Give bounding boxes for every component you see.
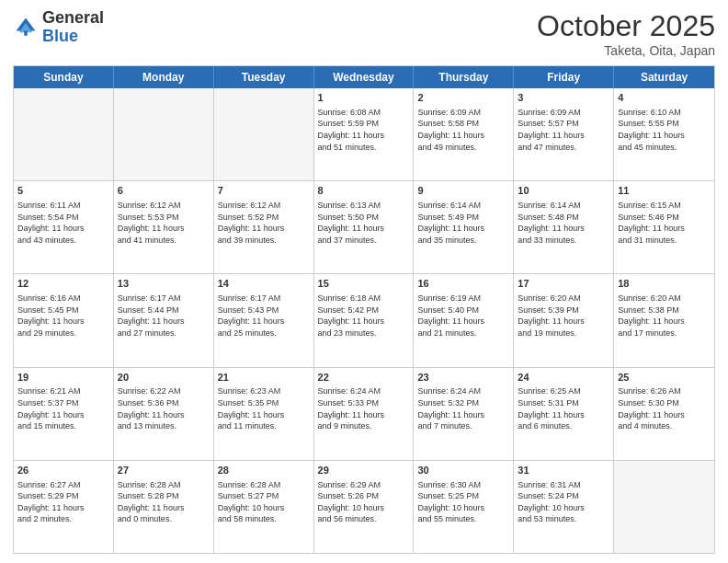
calendar: SundayMondayTuesdayWednesdayThursdayFrid… [13,65,715,554]
day-header-thursday: Thursday [414,66,514,88]
day-number: 6 [118,184,210,198]
header: General Blue October 2025 Taketa, Oita, … [13,9,715,58]
day-number: 7 [218,184,310,198]
day-cell-24: 24Sunrise: 6:25 AM Sunset: 5:31 PM Dayli… [514,368,614,460]
day-info: Sunrise: 6:13 AM Sunset: 5:50 PM Dayligh… [318,200,410,246]
day-cell-empty [614,461,714,553]
day-number: 31 [518,464,609,477]
day-number: 15 [318,277,410,291]
day-cell-10: 10Sunrise: 6:14 AM Sunset: 5:48 PM Dayli… [514,181,614,273]
week-row-4: 19Sunrise: 6:21 AM Sunset: 5:37 PM Dayli… [14,368,714,461]
day-info: Sunrise: 6:12 AM Sunset: 5:53 PM Dayligh… [118,200,210,246]
day-number: 17 [518,277,609,291]
day-cell-empty [114,88,214,180]
day-number: 20 [118,371,210,385]
day-info: Sunrise: 6:17 AM Sunset: 5:43 PM Dayligh… [218,293,310,339]
day-cell-29: 29Sunrise: 6:29 AM Sunset: 5:26 PM Dayli… [314,461,415,553]
day-number: 30 [417,464,509,477]
day-info: Sunrise: 6:28 AM Sunset: 5:28 PM Dayligh… [118,479,210,525]
day-cell-28: 28Sunrise: 6:28 AM Sunset: 5:27 PM Dayli… [214,461,314,553]
day-number: 8 [318,184,410,198]
day-info: Sunrise: 6:24 AM Sunset: 5:32 PM Dayligh… [417,385,509,431]
day-cell-22: 22Sunrise: 6:24 AM Sunset: 5:33 PM Dayli… [314,368,415,460]
day-cell-3: 3Sunrise: 6:09 AM Sunset: 5:57 PM Daylig… [514,88,614,180]
logo-text: General Blue [42,9,104,46]
logo-icon [13,15,39,40]
day-info: Sunrise: 6:21 AM Sunset: 5:37 PM Dayligh… [17,385,109,431]
day-info: Sunrise: 6:12 AM Sunset: 5:52 PM Dayligh… [218,200,310,246]
day-number: 4 [618,91,711,105]
day-info: Sunrise: 6:20 AM Sunset: 5:38 PM Dayligh… [618,293,711,339]
day-cell-16: 16Sunrise: 6:19 AM Sunset: 5:40 PM Dayli… [414,274,514,366]
day-number: 25 [618,371,711,385]
day-number: 14 [218,277,310,291]
day-info: Sunrise: 6:18 AM Sunset: 5:42 PM Dayligh… [318,293,410,339]
day-cell-8: 8Sunrise: 6:13 AM Sunset: 5:50 PM Daylig… [314,181,415,273]
day-cell-21: 21Sunrise: 6:23 AM Sunset: 5:35 PM Dayli… [214,368,314,460]
day-cell-7: 7Sunrise: 6:12 AM Sunset: 5:52 PM Daylig… [214,181,314,273]
day-info: Sunrise: 6:25 AM Sunset: 5:31 PM Dayligh… [518,385,609,431]
day-cell-1: 1Sunrise: 6:08 AM Sunset: 5:59 PM Daylig… [314,88,415,180]
day-number: 19 [17,371,109,385]
day-header-wednesday: Wednesday [314,66,415,88]
day-header-sunday: Sunday [14,66,114,88]
day-cell-5: 5Sunrise: 6:11 AM Sunset: 5:54 PM Daylig… [14,181,114,273]
day-number: 1 [318,91,410,105]
week-row-5: 26Sunrise: 6:27 AM Sunset: 5:29 PM Dayli… [14,461,714,553]
subtitle: Taketa, Oita, Japan [537,43,715,58]
day-cell-11: 11Sunrise: 6:15 AM Sunset: 5:46 PM Dayli… [614,181,714,273]
day-info: Sunrise: 6:29 AM Sunset: 5:26 PM Dayligh… [318,479,410,525]
day-cell-20: 20Sunrise: 6:22 AM Sunset: 5:36 PM Dayli… [114,368,214,460]
logo: General Blue [13,9,104,46]
day-info: Sunrise: 6:15 AM Sunset: 5:46 PM Dayligh… [618,200,711,246]
day-info: Sunrise: 6:14 AM Sunset: 5:48 PM Dayligh… [518,200,609,246]
day-number: 16 [417,277,509,291]
day-info: Sunrise: 6:08 AM Sunset: 5:59 PM Dayligh… [318,107,410,153]
week-row-2: 5Sunrise: 6:11 AM Sunset: 5:54 PM Daylig… [14,181,714,274]
day-cell-empty [214,88,314,180]
day-cell-19: 19Sunrise: 6:21 AM Sunset: 5:37 PM Dayli… [14,368,114,460]
day-header-friday: Friday [514,66,614,88]
day-info: Sunrise: 6:09 AM Sunset: 5:58 PM Dayligh… [417,107,509,153]
month-title: October 2025 [537,9,715,43]
day-headers: SundayMondayTuesdayWednesdayThursdayFrid… [14,66,714,88]
week-row-3: 12Sunrise: 6:16 AM Sunset: 5:45 PM Dayli… [14,274,714,367]
day-info: Sunrise: 6:14 AM Sunset: 5:49 PM Dayligh… [417,200,509,246]
day-number: 26 [17,464,109,477]
day-cell-31: 31Sunrise: 6:31 AM Sunset: 5:24 PM Dayli… [514,461,614,553]
day-header-saturday: Saturday [614,66,714,88]
day-cell-empty [14,88,114,180]
day-number: 10 [518,184,609,198]
day-number: 23 [417,371,509,385]
day-info: Sunrise: 6:24 AM Sunset: 5:33 PM Dayligh… [318,385,410,431]
title-area: October 2025 Taketa, Oita, Japan [537,9,715,58]
day-info: Sunrise: 6:17 AM Sunset: 5:44 PM Dayligh… [118,293,210,339]
day-info: Sunrise: 6:28 AM Sunset: 5:27 PM Dayligh… [218,479,310,525]
day-info: Sunrise: 6:22 AM Sunset: 5:36 PM Dayligh… [118,385,210,431]
day-cell-17: 17Sunrise: 6:20 AM Sunset: 5:39 PM Dayli… [514,274,614,366]
day-number: 18 [618,277,711,291]
day-number: 21 [218,371,310,385]
day-number: 24 [518,371,609,385]
day-cell-18: 18Sunrise: 6:20 AM Sunset: 5:38 PM Dayli… [614,274,714,366]
day-number: 3 [518,91,609,105]
day-cell-6: 6Sunrise: 6:12 AM Sunset: 5:53 PM Daylig… [114,181,214,273]
day-info: Sunrise: 6:11 AM Sunset: 5:54 PM Dayligh… [17,200,109,246]
day-number: 28 [218,464,310,477]
page: General Blue October 2025 Taketa, Oita, … [0,0,728,563]
day-header-monday: Monday [114,66,214,88]
day-info: Sunrise: 6:23 AM Sunset: 5:35 PM Dayligh… [218,385,310,431]
day-info: Sunrise: 6:20 AM Sunset: 5:39 PM Dayligh… [518,293,609,339]
day-info: Sunrise: 6:26 AM Sunset: 5:30 PM Dayligh… [618,385,711,431]
day-info: Sunrise: 6:30 AM Sunset: 5:25 PM Dayligh… [417,479,509,525]
day-number: 29 [318,464,410,477]
svg-rect-2 [24,30,28,35]
day-info: Sunrise: 6:27 AM Sunset: 5:29 PM Dayligh… [17,479,109,525]
day-cell-25: 25Sunrise: 6:26 AM Sunset: 5:30 PM Dayli… [614,368,714,460]
day-number: 13 [118,277,210,291]
day-cell-12: 12Sunrise: 6:16 AM Sunset: 5:45 PM Dayli… [14,274,114,366]
day-cell-14: 14Sunrise: 6:17 AM Sunset: 5:43 PM Dayli… [214,274,314,366]
calendar-body: 1Sunrise: 6:08 AM Sunset: 5:59 PM Daylig… [14,88,714,553]
day-number: 9 [417,184,509,198]
day-info: Sunrise: 6:09 AM Sunset: 5:57 PM Dayligh… [518,107,609,153]
